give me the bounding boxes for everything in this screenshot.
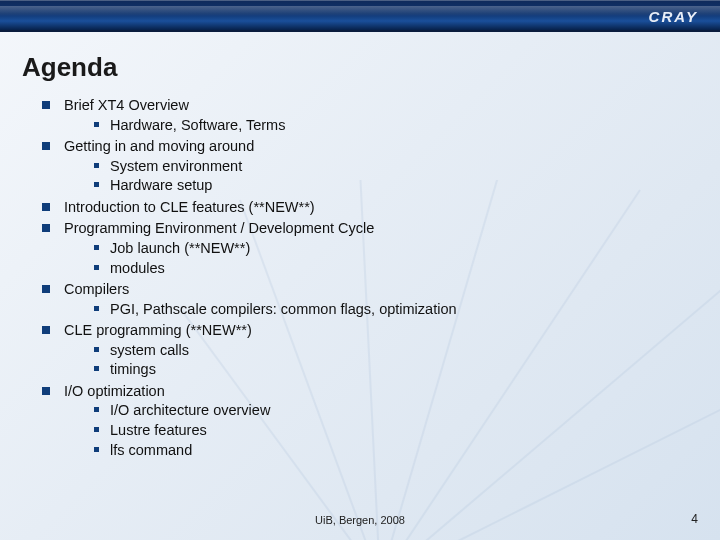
sub-bullet-item: timings [94, 360, 680, 380]
bullet-text: I/O optimization [64, 383, 165, 399]
sub-bullet-item: System environment [94, 157, 680, 177]
sub-bullet-text: Job launch (**NEW**) [110, 240, 250, 256]
sub-bullet-list: system callstimings [94, 341, 680, 380]
sub-bullet-text: PGI, Pathscale compilers: common flags, … [110, 301, 457, 317]
bullet-text: Introduction to CLE features (**NEW**) [64, 199, 315, 215]
slide: CRAY Agenda Brief XT4 OverviewHardware, … [0, 0, 720, 540]
sub-bullet-text: timings [110, 361, 156, 377]
sub-bullet-item: modules [94, 259, 680, 279]
brand-text: CRAY [649, 8, 698, 25]
slide-title: Agenda [22, 52, 117, 83]
sub-bullet-text: Hardware setup [110, 177, 212, 193]
sub-bullet-list: PGI, Pathscale compilers: common flags, … [94, 300, 680, 320]
header-bar: CRAY [0, 0, 720, 32]
bullet-item: I/O optimizationI/O architecture overvie… [42, 382, 680, 460]
sub-bullet-item: Job launch (**NEW**) [94, 239, 680, 259]
bullet-text: CLE programming (**NEW**) [64, 322, 252, 338]
sub-bullet-list: I/O architecture overviewLustre features… [94, 401, 680, 460]
bullet-text: Programming Environment / Development Cy… [64, 220, 374, 236]
bullet-list: Brief XT4 OverviewHardware, Software, Te… [42, 96, 680, 460]
sub-bullet-text: Lustre features [110, 422, 207, 438]
sub-bullet-item: Hardware setup [94, 176, 680, 196]
sub-bullet-item: I/O architecture overview [94, 401, 680, 421]
bullet-text: Compilers [64, 281, 129, 297]
sub-bullet-text: I/O architecture overview [110, 402, 270, 418]
sub-bullet-text: System environment [110, 158, 242, 174]
sub-bullet-list: Job launch (**NEW**)modules [94, 239, 680, 278]
slide-content: Brief XT4 OverviewHardware, Software, Te… [42, 96, 680, 462]
sub-bullet-text: system calls [110, 342, 189, 358]
sub-bullet-text: modules [110, 260, 165, 276]
sub-bullet-list: Hardware, Software, Terms [94, 116, 680, 136]
bullet-item: Introduction to CLE features (**NEW**) [42, 198, 680, 218]
sub-bullet-item: PGI, Pathscale compilers: common flags, … [94, 300, 680, 320]
page-number: 4 [691, 512, 698, 526]
bullet-text: Brief XT4 Overview [64, 97, 189, 113]
bullet-item: Programming Environment / Development Cy… [42, 219, 680, 278]
sub-bullet-text: lfs command [110, 442, 192, 458]
sub-bullet-item: Lustre features [94, 421, 680, 441]
bullet-item: Brief XT4 OverviewHardware, Software, Te… [42, 96, 680, 135]
brand-logo: CRAY [649, 5, 698, 27]
footer-text: UiB, Bergen, 2008 [0, 514, 720, 526]
sub-bullet-list: System environmentHardware setup [94, 157, 680, 196]
bullet-item: CLE programming (**NEW**)system callstim… [42, 321, 680, 380]
header-shine [0, 6, 720, 16]
sub-bullet-item: Hardware, Software, Terms [94, 116, 680, 136]
bullet-item: Getting in and moving aroundSystem envir… [42, 137, 680, 196]
bullet-text: Getting in and moving around [64, 138, 254, 154]
sub-bullet-text: Hardware, Software, Terms [110, 117, 285, 133]
sub-bullet-item: system calls [94, 341, 680, 361]
sub-bullet-item: lfs command [94, 441, 680, 461]
bullet-item: CompilersPGI, Pathscale compilers: commo… [42, 280, 680, 319]
